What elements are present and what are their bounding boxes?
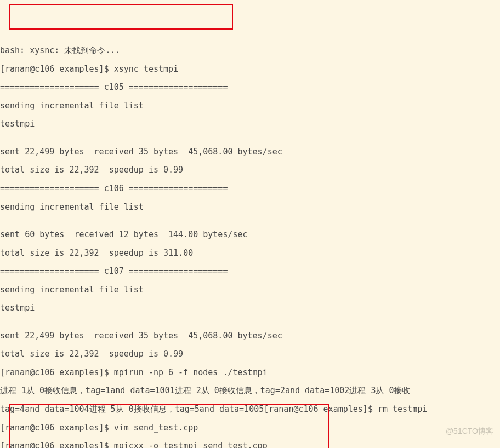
term-line: ==================== c107 ==============…	[0, 267, 500, 276]
term-line: sent 22,499 bytes received 35 bytes 45,0…	[0, 147, 500, 157]
term-line: sent 22,499 bytes received 35 bytes 45,0…	[0, 331, 500, 341]
highlight-box-top	[9, 4, 233, 30]
term-line: sent 60 bytes received 12 bytes 144.00 b…	[0, 230, 500, 239]
term-line: sending incremental file list	[0, 285, 500, 295]
term-line: 进程 1从 0接收信息，tag=1and data=1001进程 2从 0接收信…	[0, 386, 500, 395]
term-line: testmpi	[0, 119, 500, 129]
term-line: total size is 22,392 speedup is 0.99	[0, 165, 500, 175]
term-line: total size is 22,392 speedup is 0.99	[0, 349, 500, 359]
term-line: [ranan@c106 examples]$ vim send_test.cpp	[0, 423, 500, 433]
term-line: ==================== c106 ==============…	[0, 184, 500, 193]
term-line: sending incremental file list	[0, 101, 500, 111]
term-line: [ranan@c106 examples]$ xsync testmpi	[0, 65, 500, 74]
term-line: tag=4and data=1004进程 5从 0接收信息，tag=5and d…	[0, 405, 500, 414]
term-line: [ranan@c106 examples]$ mpicxx -o testmpi…	[0, 441, 500, 448]
term-line: total size is 22,392 speedup is 311.00	[0, 249, 500, 258]
term-line: [ranan@c106 examples]$ mpirun -np 6 -f n…	[0, 368, 500, 377]
term-line: sending incremental file list	[0, 203, 500, 212]
term-line: bash: xysnc: 未找到命令...	[0, 46, 500, 55]
term-line: ==================== c105 ==============…	[0, 83, 500, 92]
terminal-output: bash: xysnc: 未找到命令... [ranan@c106 exampl…	[0, 37, 500, 448]
term-line: testmpi	[0, 303, 500, 313]
